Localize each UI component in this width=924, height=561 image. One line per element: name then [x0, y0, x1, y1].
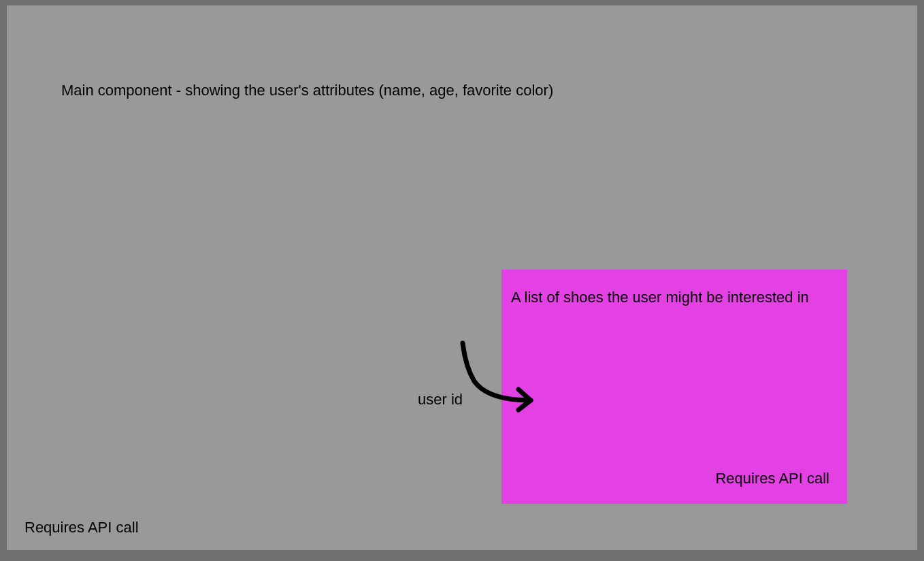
arrow-label: user id [418, 391, 463, 408]
main-component-box: Main component - showing the user's attr… [7, 5, 917, 550]
child-component-title: A list of shoes the user might be intere… [511, 289, 809, 306]
main-component-footer: Requires API call [24, 519, 139, 536]
main-component-title: Main component - showing the user's attr… [61, 82, 553, 99]
child-component-footer: Requires API call [715, 470, 829, 487]
child-component-box: A list of shoes the user might be intere… [501, 270, 847, 504]
